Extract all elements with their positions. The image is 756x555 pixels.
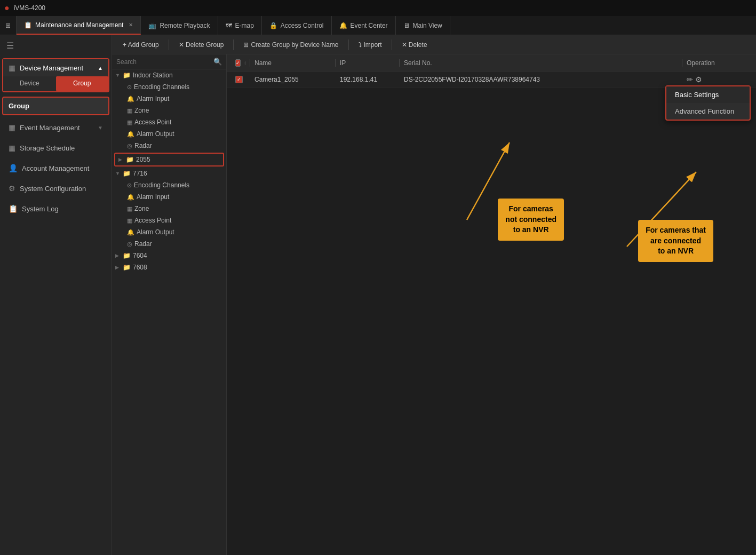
sidebar-item-storage-schedule[interactable]: ▦ Storage Schedule — [2, 138, 109, 157]
delete-button[interactable]: ✕ Delete — [396, 39, 433, 51]
device-mgmt-arrow: ▲ — [98, 65, 103, 71]
node-7608-arrow: ▶ — [115, 265, 121, 270]
radar-icon-1: ◎ — [127, 142, 132, 149]
import-button[interactable]: ⤵ Import — [353, 39, 387, 51]
alarm-output-1-label: Alarm Output — [137, 130, 174, 138]
event-mgmt-arrow: ▼ — [98, 125, 103, 131]
device-management-header[interactable]: ▦ Device Management ▲ — [3, 59, 108, 76]
node-2055-folder: 📁 — [126, 156, 134, 163]
sidebar-item-system-configuration[interactable]: ⚙ System Configuration — [2, 179, 109, 198]
tree-node-access-point-1[interactable]: ▦ Access Point — [112, 116, 226, 128]
annotation-arrows — [227, 54, 756, 555]
tree-node-alarm-input-1[interactable]: 🔔 Alarm Input — [112, 93, 226, 105]
node-2055-label: 2055 — [136, 156, 150, 163]
alarm-output-icon-2: 🔔 — [127, 229, 134, 236]
search-icon[interactable]: 🔍 — [213, 58, 222, 66]
tree-node-2055[interactable]: ▶ 📁 2055 — [115, 154, 223, 165]
tab-access-label: Access Control — [281, 22, 324, 29]
tree-node-access-point-2[interactable]: ▦ Access Point — [112, 215, 226, 226]
zone-2-label: Zone — [134, 205, 149, 212]
tab-event-center[interactable]: 🔔 Event Center — [332, 16, 396, 35]
row-operation-cell: ✏ ⚙ — [682, 75, 752, 84]
tree-node-7716[interactable]: ▼ 📁 7716 — [112, 168, 226, 179]
create-group-button[interactable]: ⊞ Create Group by Device Name — [238, 39, 344, 51]
menu-icon[interactable]: ☰ — [0, 35, 112, 56]
main-layout: ☰ ▦ Device Management ▲ Device Group Gro… — [0, 35, 756, 555]
tree-node-7608[interactable]: ▶ 📁 7608 — [112, 261, 226, 273]
search-input[interactable] — [116, 58, 210, 66]
event-mgmt-label: Event Management — [20, 124, 80, 132]
tree-node-alarm-input-2[interactable]: 🔔 Alarm Input — [112, 191, 226, 203]
alarm-input-2-label: Alarm Input — [137, 193, 169, 201]
header-ip: IP — [336, 59, 400, 67]
device-tab-group[interactable]: Group — [56, 76, 109, 91]
annotation-nvr1-text: For camerasnot connectedto an NVR — [505, 204, 556, 234]
header-checkbox[interactable]: ✓ — [235, 59, 241, 67]
radar-icon-2: ◎ — [127, 241, 132, 248]
add-group-label: + Add Group — [123, 41, 159, 49]
tree-node-indoor-station[interactable]: ▼ 📁 Indoor Station — [112, 69, 226, 81]
encoding-channels-1-label: Encoding Channels — [134, 83, 189, 91]
alarm-output-2-label: Alarm Output — [137, 228, 174, 236]
access-point-icon-2: ▦ — [127, 217, 132, 224]
tab-maintenance-label: Maintenance and Management — [35, 21, 123, 29]
tab-grid[interactable]: ⊞ — [0, 16, 17, 35]
device-tab-device[interactable]: Device — [3, 76, 56, 91]
indent-arrow: ▼ — [115, 73, 121, 78]
tab-mainview-label: Main View — [413, 22, 442, 29]
tree-node-alarm-output-2[interactable]: 🔔 Alarm Output — [112, 226, 226, 238]
advanced-function-item[interactable]: Advanced Function — [666, 103, 750, 120]
sidebar-item-system-log[interactable]: 📋 System Log — [2, 199, 109, 218]
node-7716-arrow: ▼ — [115, 171, 121, 176]
row-name: Camera1_2055 — [254, 76, 299, 83]
syslog-icon: 📋 — [9, 204, 18, 213]
encoding-icon-2: ⊙ — [127, 182, 132, 189]
tree-node-encoding-channels-1[interactable]: ⊙ Encoding Channels — [112, 81, 226, 93]
tree-node-alarm-output-1[interactable]: 🔔 Alarm Output — [112, 128, 226, 140]
tree-node-zone-2[interactable]: ▦ Zone — [112, 203, 226, 215]
tab-remote-playback[interactable]: 📺 Remote Playback — [141, 16, 218, 35]
zone-icon-2: ▦ — [127, 205, 132, 212]
operation-dropdown: Basic Settings Advanced Function — [665, 85, 751, 121]
alarm-input-1-label: Alarm Input — [137, 95, 169, 102]
tab-remote-icon: 📺 — [148, 22, 156, 29]
tree-node-radar-1[interactable]: ◎ Radar — [112, 140, 226, 152]
account-icon: 👤 — [9, 164, 18, 172]
tab-emap[interactable]: 🗺 E-map — [218, 16, 262, 35]
basic-settings-item[interactable]: Basic Settings — [666, 86, 750, 103]
tree-table-layout: 🔍 ▼ 📁 Indoor Station ⊙ Encoding Channels… — [112, 54, 756, 555]
sidebar-item-account-management[interactable]: 👤 Account Management — [2, 158, 109, 178]
tab-maintenance-close[interactable]: ✕ — [129, 22, 133, 28]
tree-node-zone-1[interactable]: ▦ Zone — [112, 105, 226, 116]
sidebar: ☰ ▦ Device Management ▲ Device Group Gro… — [0, 35, 112, 555]
node-7716-label: 7716 — [133, 170, 147, 177]
node-2055-box: ▶ 📁 2055 — [114, 153, 224, 166]
edit-icon: ✏ — [687, 75, 693, 84]
delete-group-button[interactable]: ✕ Delete Group — [173, 39, 229, 51]
header-name-label: Name — [254, 59, 272, 67]
operation-button[interactable]: ✏ ⚙ — [687, 75, 702, 84]
sysconfig-icon: ⚙ — [9, 184, 15, 193]
tab-access-control[interactable]: 🔒 Access Control — [262, 16, 332, 35]
access-point-icon-1: ▦ — [127, 119, 132, 126]
tree-node-radar-2[interactable]: ◎ Radar — [112, 238, 226, 250]
row-ip-cell: 192.168.1.41 — [336, 76, 400, 83]
annotation-nvr-not-connected: For camerasnot connectedto an NVR — [498, 199, 564, 241]
tree-node-encoding-channels-2[interactable]: ⊙ Encoding Channels — [112, 179, 226, 191]
zone-1-label: Zone — [134, 107, 149, 114]
zone-icon-1: ▦ — [127, 107, 132, 114]
header-serial-label: Serial No. — [404, 59, 432, 67]
header-operation: Operation — [682, 59, 752, 67]
tabbar: ⊞ 📋 Maintenance and Management ✕ 📺 Remot… — [0, 16, 756, 35]
tree-node-7604[interactable]: ▶ 📁 7604 — [112, 250, 226, 261]
sidebar-item-event-management[interactable]: ▦ Event Management ▼ — [2, 118, 109, 137]
tab-remote-label: Remote Playback — [160, 22, 210, 29]
tab-emap-label: E-map — [235, 22, 254, 29]
add-group-button[interactable]: + Add Group — [117, 39, 164, 51]
syslog-label: System Log — [22, 205, 59, 213]
group-header: Group — [3, 98, 108, 114]
row-checkbox[interactable]: ✓ — [235, 76, 243, 83]
tab-maintenance[interactable]: 📋 Maintenance and Management ✕ — [17, 16, 141, 35]
radar-1-label: Radar — [134, 142, 152, 149]
tab-main-view[interactable]: 🖥 Main View — [396, 16, 450, 35]
